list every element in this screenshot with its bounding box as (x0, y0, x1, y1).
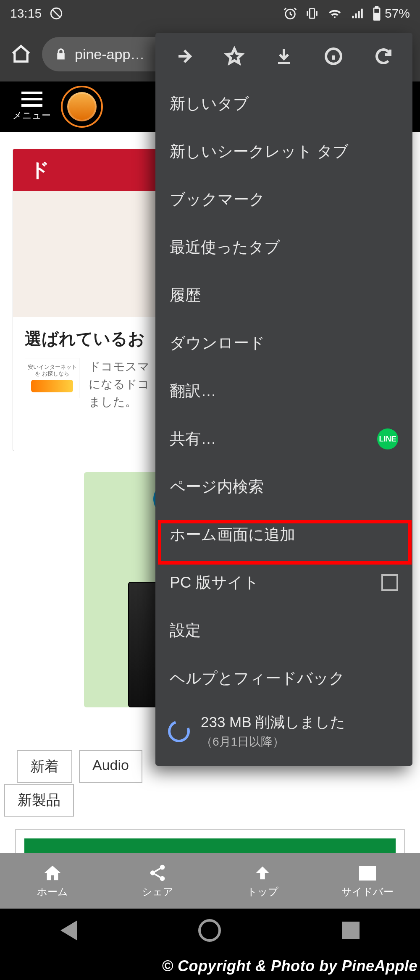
site-menu-button[interactable]: メニュー (13, 92, 51, 122)
status-bar: 13:15 57% (0, 0, 420, 27)
svg-rect-2 (310, 9, 314, 18)
data-saver-icon (164, 717, 193, 746)
menu-add-home-label: ホーム画面に追加 (170, 524, 295, 545)
menu-new-tab[interactable]: 新しいタブ (155, 80, 412, 128)
battery-indicator: 57% (372, 6, 410, 21)
copyright-overlay: © Copyright & Photo by PineApple (0, 952, 420, 980)
menu-downloads[interactable]: ダウンロード (155, 319, 412, 367)
do-not-disturb-icon (49, 6, 63, 21)
site-bottom-nav: ホーム シェア トップ サイドバー (0, 853, 420, 909)
svg-rect-5 (374, 13, 379, 19)
alarm-icon (283, 6, 297, 21)
checkbox-icon[interactable] (381, 574, 398, 591)
forward-icon[interactable] (174, 46, 194, 66)
battery-percent: 57% (385, 6, 410, 21)
menu-bookmarks[interactable]: ブックマーク (155, 176, 412, 223)
bottom-nav-sidebar[interactable]: サイドバー (315, 853, 420, 909)
home-icon (43, 863, 62, 883)
share-icon (148, 863, 167, 883)
signal-icon (350, 6, 365, 21)
menu-icon-row (155, 33, 412, 80)
menu-recent-label: 最近使ったタブ (170, 237, 280, 258)
svg-point-8 (160, 876, 165, 881)
bottom-nav-share[interactable]: シェア (105, 853, 210, 909)
data-saver-line1: 233 MB 削減しました (201, 712, 345, 732)
bottom-nav-home[interactable]: ホーム (0, 853, 105, 909)
nav-back-icon[interactable] (60, 920, 77, 941)
thumb-caption: 安いインターネットを お探しなら (25, 364, 79, 377)
svg-point-6 (150, 870, 155, 875)
menu-add-to-home[interactable]: ホーム画面に追加 (155, 511, 412, 559)
star-icon[interactable] (224, 46, 244, 66)
site-menu-label: メニュー (13, 109, 51, 122)
hamburger-icon (21, 92, 42, 107)
menu-new-tab-label: 新しいタブ (170, 93, 249, 114)
lock-icon (55, 48, 67, 60)
site-logo[interactable] (61, 86, 103, 128)
menu-find-label: ページ内検索 (170, 476, 264, 497)
bottom-nav-top[interactable]: トップ (210, 853, 315, 909)
svg-rect-4 (375, 6, 378, 8)
download-icon[interactable] (274, 46, 294, 66)
android-nav-bar (0, 909, 420, 952)
home-icon[interactable] (8, 42, 34, 67)
tab-new[interactable]: 新着 (17, 750, 72, 783)
menu-history-label: 履歴 (170, 285, 201, 306)
card-desc: ドコモスマ になるドコ ました。 (89, 358, 150, 411)
menu-incognito-label: 新しいシークレット タブ (170, 141, 349, 162)
line-app-icon: LINE (377, 428, 398, 449)
battery-icon (372, 6, 381, 21)
card-thumb: 安いインターネットを お探しなら (25, 358, 79, 398)
menu-share[interactable]: 共有… LINE (155, 415, 412, 463)
tab-new-products[interactable]: 新製品 (4, 784, 74, 817)
menu-translate-label: 翻訳… (170, 381, 216, 402)
vibrate-icon (305, 6, 319, 21)
svg-point-7 (160, 865, 165, 870)
reload-icon[interactable] (373, 46, 394, 66)
menu-data-saver[interactable]: 233 MB 削減しました （6月1日以降） (155, 702, 412, 760)
menu-translate[interactable]: 翻訳… (155, 367, 412, 415)
menu-share-label: 共有… (170, 428, 216, 449)
menu-desktop-site[interactable]: PC 版サイト (155, 559, 412, 607)
menu-bookmarks-label: ブックマーク (170, 189, 265, 210)
bottom-nav-home-label: ホーム (37, 885, 68, 899)
nav-home-icon[interactable] (198, 919, 221, 942)
menu-settings[interactable]: 設定 (155, 607, 412, 654)
content-tabs: 新着 Audio (17, 750, 142, 783)
wifi-icon (327, 6, 343, 21)
sidebar-icon (358, 863, 377, 883)
info-icon[interactable] (323, 46, 344, 66)
menu-downloads-label: ダウンロード (170, 333, 265, 354)
bottom-nav-share-label: シェア (142, 885, 173, 899)
menu-settings-label: 設定 (170, 620, 201, 641)
tab-audio[interactable]: Audio (79, 750, 142, 783)
nav-recent-icon[interactable] (342, 922, 360, 939)
bottom-nav-sidebar-label: サイドバー (341, 885, 394, 899)
url-host: pine-app… (75, 46, 144, 63)
status-time: 13:15 (10, 6, 42, 21)
chrome-overflow-menu: 新しいタブ 新しいシークレット タブ ブックマーク 最近使ったタブ 履歴 ダウン… (155, 33, 412, 766)
menu-desktop-label: PC 版サイト (170, 572, 259, 593)
menu-incognito[interactable]: 新しいシークレット タブ (155, 128, 412, 176)
menu-find-in-page[interactable]: ページ内検索 (155, 463, 412, 511)
data-saver-line2: （6月1日以降） (201, 734, 345, 750)
menu-history[interactable]: 履歴 (155, 271, 412, 319)
menu-help[interactable]: ヘルプとフィードバック (155, 654, 412, 702)
arrow-up-icon (253, 863, 272, 883)
menu-help-label: ヘルプとフィードバック (170, 668, 345, 689)
menu-recent-tabs[interactable]: 最近使ったタブ (155, 223, 412, 271)
bottom-nav-top-label: トップ (247, 885, 278, 899)
